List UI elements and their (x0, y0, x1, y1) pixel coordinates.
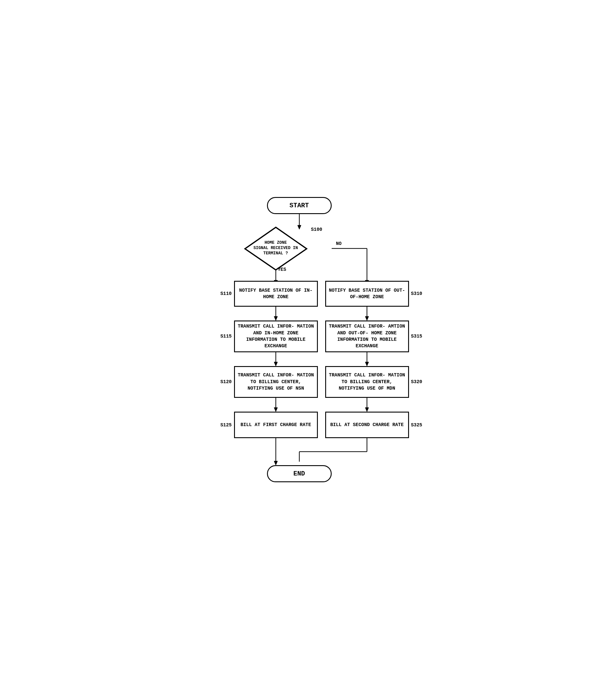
s110-step: S110 (221, 291, 232, 296)
s315-step: S315 (411, 334, 422, 339)
no-label: NO (336, 241, 342, 246)
svg-marker-18 (365, 407, 369, 412)
yes-label: YES (278, 267, 286, 272)
s310-step: S310 (411, 291, 422, 296)
s115-box: TRANSMIT CALL INFOR- MATION AND IN-HOME … (234, 320, 318, 352)
svg-marker-8 (274, 316, 278, 320)
s325-step: S325 (411, 423, 422, 428)
svg-marker-14 (365, 316, 369, 320)
s100-step-label: S100 (311, 227, 322, 232)
start-node: START (267, 197, 332, 214)
s100-decision: HOME ZONE SIGNAL RECEIVED IN TERMINAL ? (243, 226, 308, 270)
s120-box: TRANSMIT CALL INFOR- MATION TO BILLING C… (234, 366, 318, 398)
svg-marker-20 (274, 461, 278, 465)
s125-step: S125 (221, 423, 232, 428)
s320-step: S320 (411, 379, 422, 385)
s110-box: NOTIFY BASE STATION OF IN-HOME ZONE (234, 281, 318, 307)
s115-step: S115 (221, 334, 232, 339)
s325-box: BILL AT SECOND CHARGE RATE (325, 412, 409, 438)
s315-box: TRANSMIT CALL INFOR- AMTION AND OUT-OF- … (325, 320, 409, 352)
s310-box: NOTIFY BASE STATION OF OUT-OF-HOME ZONE (325, 281, 409, 307)
flowchart-diagram: START HOME ZONE SIGNAL RECEIVED IN TERMI… (176, 191, 440, 500)
s320-box: TRANSMIT CALL INFOR- MATION TO BILLING C… (325, 366, 409, 398)
end-node: END (267, 465, 332, 482)
s120-step: S120 (221, 379, 232, 385)
svg-marker-16 (365, 362, 369, 366)
s100-label: HOME ZONE SIGNAL RECEIVED IN TERMINAL ? (254, 240, 298, 256)
svg-marker-10 (274, 362, 278, 366)
svg-marker-12 (274, 407, 278, 412)
s125-box: BILL AT FIRST CHARGE RATE (234, 412, 318, 438)
